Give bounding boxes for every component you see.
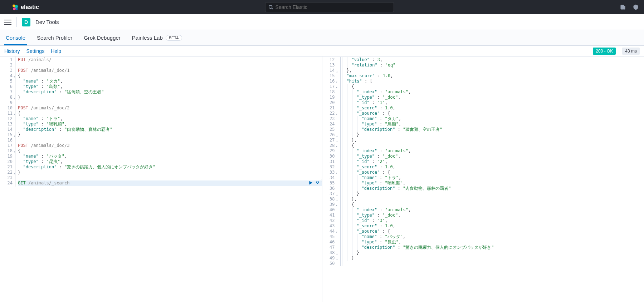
code-line[interactable] <box>18 138 322 143</box>
code-line[interactable] <box>18 100 322 105</box>
global-header: elastic <box>0 0 644 14</box>
code-line[interactable]: } <box>340 250 644 256</box>
search-input[interactable] <box>275 4 391 10</box>
svg-line-5 <box>272 8 273 10</box>
code-line[interactable]: "description" : "猛禽類、空の王者" <box>340 127 644 132</box>
request-editor-pane[interactable]: 123456789101112131415161718192021222324P… <box>0 56 322 302</box>
svg-rect-6 <box>621 5 624 9</box>
code-line[interactable]: } <box>340 191 644 197</box>
tab-search-profiler[interactable]: Search Profiler <box>35 31 74 45</box>
divider <box>16 17 17 27</box>
code-line[interactable]: "_source" : { <box>340 111 644 116</box>
code-line[interactable]: "type" : "哺乳類", <box>18 122 322 127</box>
code-line[interactable]: GET /animals/_search <box>18 180 322 186</box>
app-tabs: ConsoleSearch ProfilerGrok DebuggerPainl… <box>0 30 644 46</box>
code-line[interactable]: "type" : "鳥類", <box>340 122 644 127</box>
code-line[interactable]: POST /animals/_doc/1 <box>18 68 322 73</box>
elastic-icon <box>11 4 19 11</box>
tab-console[interactable]: Console <box>4 31 27 45</box>
code-line[interactable] <box>18 175 322 180</box>
help-link[interactable]: Help <box>51 48 61 54</box>
tab-grok-debugger[interactable]: Grok Debugger <box>82 31 122 45</box>
settings-link[interactable]: Settings <box>26 48 45 54</box>
svg-point-1 <box>15 5 18 8</box>
code-line[interactable]: } <box>340 256 644 261</box>
code-line[interactable]: "_type" : "_doc", <box>340 154 644 159</box>
code-line[interactable]: "relation" : "eq" <box>340 63 644 68</box>
code-line[interactable]: "_source" : { <box>340 229 644 234</box>
code-line[interactable]: "_index" : "animals", <box>340 207 644 213</box>
console-workspace: 123456789101112131415161718192021222324P… <box>0 56 644 302</box>
code-line[interactable]: "description" : "驚きの跳躍力、個人的にオンブバッタが好き" <box>340 245 644 250</box>
code-line[interactable]: "_type" : "_doc", <box>340 213 644 218</box>
svg-point-3 <box>16 8 18 10</box>
code-line[interactable]: "name" : "トラ", <box>18 116 322 122</box>
response-time-badge: 43 ms <box>622 48 640 55</box>
code-line[interactable]: }, <box>340 68 644 73</box>
brand-name: elastic <box>21 4 39 10</box>
beta-badge: BETA <box>166 35 182 41</box>
code-line[interactable]: { <box>18 111 322 116</box>
code-line[interactable]: } <box>18 170 322 175</box>
response-status-badge: 200 - OK <box>593 48 616 55</box>
code-line[interactable]: "type" : "昆虫", <box>18 159 322 164</box>
code-line[interactable]: "name" : "バッタ", <box>18 154 322 159</box>
brand-logo[interactable]: elastic <box>3 4 39 11</box>
code-line[interactable]: "_source" : { <box>340 170 644 175</box>
code-line[interactable]: "description" : "驚きの跳躍力、個人的にオンブバッタが好き" <box>18 164 322 170</box>
code-line[interactable]: } <box>18 95 322 100</box>
history-link[interactable]: History <box>4 48 20 54</box>
svg-point-4 <box>269 5 272 9</box>
code-line[interactable]: { <box>340 84 644 89</box>
code-line[interactable]: "value" : 3, <box>340 57 644 63</box>
code-line[interactable]: } <box>340 132 644 138</box>
tab-painless-lab[interactable]: Painless LabBETA <box>131 31 184 45</box>
code-line[interactable]: { <box>340 202 644 207</box>
breadcrumb[interactable]: Dev Tools <box>35 19 59 25</box>
code-line[interactable] <box>340 261 644 266</box>
code-line[interactable]: { <box>340 143 644 148</box>
newsfeed-icon[interactable] <box>620 4 626 10</box>
code-line[interactable]: "description" : "猛禽類、空の王者" <box>18 89 322 95</box>
code-line[interactable]: "type" : "昆虫", <box>340 239 644 245</box>
code-line[interactable]: { <box>18 73 322 79</box>
code-line[interactable]: } <box>18 132 322 138</box>
code-line[interactable]: "_id" : "3", <box>340 218 644 223</box>
code-line[interactable]: "max_score" : 1.0, <box>340 73 644 79</box>
code-line[interactable]: "hits" : [ <box>340 79 644 84</box>
code-line[interactable]: "_score" : 1.0, <box>340 164 644 170</box>
code-line[interactable]: "_id" : "1", <box>340 100 644 105</box>
code-line[interactable] <box>18 63 322 68</box>
code-line[interactable]: }, <box>340 138 644 143</box>
code-line[interactable]: "_score" : 1.0, <box>340 223 644 229</box>
code-line[interactable]: "_index" : "animals", <box>340 148 644 154</box>
code-line[interactable]: "description" : "肉食動物、森林の覇者" <box>340 186 644 191</box>
code-line[interactable]: POST /animals/_doc/3 <box>18 143 322 148</box>
code-line[interactable]: PUT /animals/ <box>18 57 322 63</box>
svg-rect-7 <box>624 6 625 9</box>
console-toolbar: History Settings Help 200 - OK 43 ms <box>0 46 644 56</box>
svg-point-2 <box>13 8 16 10</box>
app-badge: D <box>22 18 30 26</box>
nav-toggle-button[interactable] <box>4 19 11 26</box>
code-line[interactable]: "_score" : 1.0, <box>340 105 644 111</box>
code-line[interactable]: { <box>18 148 322 154</box>
code-line[interactable]: "name" : "タカ", <box>18 79 322 84</box>
code-line[interactable]: "name" : "バッタ", <box>340 234 644 239</box>
run-request-icon[interactable] <box>308 180 313 185</box>
code-line[interactable]: "name" : "トラ", <box>340 175 644 180</box>
code-line[interactable]: }, <box>340 197 644 202</box>
help-icon[interactable] <box>633 4 639 10</box>
code-line[interactable]: "description" : "肉食動物、森林の覇者" <box>18 127 322 132</box>
code-line[interactable]: "_index" : "animals", <box>340 89 644 95</box>
app-header: D Dev Tools <box>0 14 644 30</box>
global-search[interactable] <box>265 2 394 12</box>
code-line[interactable]: "_type" : "_doc", <box>340 95 644 100</box>
response-viewer-pane[interactable]: 1213141516171819202122232425262728293031… <box>322 56 644 302</box>
code-line[interactable]: POST /animals/_doc/2 <box>18 105 322 111</box>
svg-marker-10 <box>309 181 312 185</box>
code-line[interactable]: "name" : "タカ", <box>340 116 644 122</box>
code-line[interactable]: "type" : "哺乳類", <box>340 180 644 186</box>
code-line[interactable]: "type" : "鳥類", <box>18 84 322 89</box>
code-line[interactable]: "_id" : "2", <box>340 159 644 164</box>
